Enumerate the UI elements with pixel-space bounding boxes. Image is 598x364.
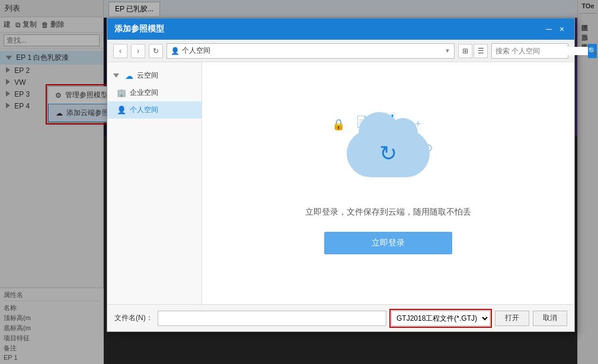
nav-cloud-header[interactable]: ☁ 云空间: [107, 67, 202, 84]
address-dropdown-icon[interactable]: ▼: [444, 47, 450, 54]
cloud-body-container: ↻: [347, 130, 430, 177]
modal-toolbar: ‹ › ↻ 👤 个人空间 ▼ ⊞ ☰ 🔍: [107, 40, 574, 62]
person-icon: 👤: [117, 106, 126, 114]
modal-title: 添加参照模型: [114, 24, 164, 34]
filename-input[interactable]: [158, 311, 386, 326]
login-button[interactable]: 立即登录: [324, 232, 452, 254]
forward-button[interactable]: ›: [131, 44, 145, 58]
filetype-section: GTJ2018工程文件(*.GTJ): [391, 311, 490, 326]
modal-close-button[interactable]: ×: [557, 24, 567, 34]
modal-body: ☁ 云空间 🏢 企业空间 👤 个人空间 🔒 📄 📊: [107, 62, 574, 304]
nav-enterprise-item[interactable]: 🏢 企业空间: [107, 84, 202, 101]
login-prompt: 立即登录，文件保存到云端，随用随取不怕丢: [305, 207, 471, 218]
building-icon: 🏢: [117, 88, 126, 97]
view-btn-1[interactable]: ⊞: [458, 44, 472, 58]
modal-minimize-button[interactable]: ─: [543, 24, 554, 34]
filetype-select[interactable]: GTJ2018工程文件(*.GTJ): [391, 311, 490, 326]
add-reference-model-dialog: 添加参照模型 ─ × ‹ › ↻ 👤 个人空间 ▼ ⊞ ☰ 🔍: [107, 18, 575, 332]
deco-icon-1: 🔒: [332, 118, 345, 131]
open-button[interactable]: 打开: [495, 311, 529, 326]
modal-titlebar: 添加参照模型 ─ ×: [107, 18, 574, 40]
modal-controls: ─ ×: [543, 24, 567, 34]
cloud-illustration: 🔒 📄 📊 + ⚙ ↻: [329, 112, 447, 207]
cloud-nav-icon: ☁: [125, 71, 133, 81]
cloud-body: ↻: [347, 130, 430, 177]
filename-label: 文件名(N)：: [114, 313, 153, 323]
back-button[interactable]: ‹: [113, 44, 127, 58]
search-submit-button[interactable]: 🔍: [588, 44, 597, 58]
address-bar: 👤 个人空间 ▼: [167, 43, 455, 59]
modal-footer: 文件名(N)： GTJ2018工程文件(*.GTJ) 打开 取消: [107, 304, 574, 331]
footer-actions: 打开 取消: [495, 311, 567, 326]
modal-nav: ☁ 云空间 🏢 企业空间 👤 个人空间: [107, 62, 202, 304]
cloud-refresh-icon: ↻: [379, 141, 397, 166]
modal-main-area: 🔒 📄 📊 + ⚙ ↻ 立即登录，文件保存到云端，随用随取不怕丢 立即登录: [202, 62, 574, 304]
search-bar: 🔍: [491, 43, 568, 59]
nav-cloud-section: ☁ 云空间 🏢 企业空间 👤 个人空间: [107, 67, 202, 119]
search-icon: 🔍: [588, 47, 597, 55]
refresh-button[interactable]: ↻: [149, 44, 163, 58]
search-input-modal[interactable]: [492, 47, 588, 55]
cancel-button[interactable]: 取消: [533, 311, 567, 326]
nav-personal-item[interactable]: 👤 个人空间: [107, 101, 202, 119]
address-text: 个人空间: [182, 46, 444, 56]
view-buttons: ⊞ ☰: [458, 44, 488, 58]
view-btn-2[interactable]: ☰: [474, 44, 488, 58]
person-address-icon: 👤: [171, 47, 180, 55]
